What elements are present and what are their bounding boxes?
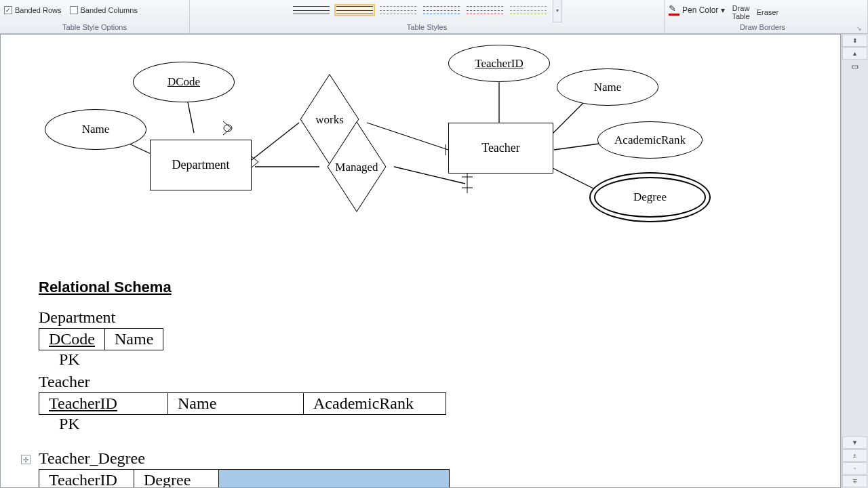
checkbox-banded-rows[interactable]: ✓Banded Rows [4,6,62,14]
ribbon: ✓Banded Rows Banded Columns Table Style … [0,0,868,34]
svg-line-13 [252,157,258,162]
style-thumb-red[interactable] [466,5,504,15]
group-label-borders: Draw Borders [669,22,856,33]
scroll-up-icon[interactable]: ▲ [842,47,867,60]
entity-teacher: Teacher [448,123,553,174]
svg-line-8 [554,143,604,150]
attr-academicrank: AcademicRank [597,121,703,159]
ruler-toggle-icon[interactable]: ▭ [842,60,868,73]
ribbon-group-table-style-options: ✓Banded Rows Banded Columns Table Style … [0,0,190,33]
chevron-down-icon: ▾ [721,5,725,15]
er-diagram: DCode Name Department works Managed Teac… [41,41,719,231]
next-page-icon[interactable]: ∓ [842,475,867,487]
draw-table-button[interactable]: DrawTable [732,0,749,20]
svg-point-12 [224,125,232,131]
pen-icon [669,5,679,16]
svg-line-14 [252,162,258,167]
right-side-panel: ⬍ ▲ ▭ ▼ ± ◦ ∓ [841,34,868,488]
ribbon-group-draw-borders: Pen Color ▾ DrawTable Eraser Draw Border… [665,0,868,33]
schema-heading: Relational Schema [39,279,513,296]
table-styles-gallery: ▾ [292,0,562,22]
attr-name-dept: Name [45,109,146,150]
scroll-down-icon[interactable]: ▼ [842,436,867,449]
gallery-expand-icon[interactable]: ▾ [553,0,562,22]
label-banded-cols: Banded Columns [81,6,138,14]
svg-line-11 [223,128,231,135]
group-label-styles: Table Styles [194,22,660,33]
label-banded-rows: Banded Rows [15,6,62,14]
style-thumb-plain[interactable] [292,5,330,15]
table-name-teacher-degree: Teacher_Degree [39,449,513,468]
rel-managed: Managed [319,143,394,190]
svg-line-9 [550,167,604,194]
style-thumb-selected[interactable] [336,5,374,15]
relational-schema: Relational Schema Department DCodeName P… [39,279,513,488]
style-thumb-blue[interactable] [422,5,460,15]
group-label-options: Table Style Options [4,22,185,33]
dialog-launcher-icon[interactable]: ↘ [856,25,863,33]
svg-line-10 [223,121,231,128]
table-department[interactable]: DCodeName [39,328,163,350]
table-teacher[interactable]: TeacherIDNameAcademicRank [39,392,446,415]
table-teacher-degree[interactable]: TeacherIDDegree [39,469,450,488]
table-move-handle-icon[interactable]: ✢ [21,455,31,464]
pen-color-dropdown[interactable]: Pen Color ▾ [669,5,725,16]
document-area[interactable]: DCode Name Department works Managed Teac… [0,34,841,488]
eraser-button[interactable]: Eraser [757,4,778,16]
expand-pane-icon[interactable]: ⬍ [842,35,867,47]
svg-line-7 [550,99,587,136]
pk-label-teacher: PK [59,415,513,433]
attr-degree-multivalued: Degree [594,177,706,218]
attr-name-teacher: Name [557,68,658,106]
browse-object-icon[interactable]: ◦ [842,462,867,474]
prev-page-icon[interactable]: ± [842,449,867,462]
checkbox-banded-columns[interactable]: Banded Columns [70,6,138,14]
ribbon-group-table-styles: ▾ Table Styles [190,0,665,33]
style-thumb-green[interactable] [509,5,547,15]
style-thumb-gray[interactable] [379,5,417,15]
attr-dcode: DCode [133,62,235,102]
attr-teacherid: TeacherID [448,45,550,82]
entity-department: Department [150,140,252,190]
table-name-department: Department [39,308,513,327]
table-name-teacher: Teacher [39,373,513,391]
pk-label-department: PK [59,350,513,369]
pen-color-label: Pen Color [682,5,718,15]
